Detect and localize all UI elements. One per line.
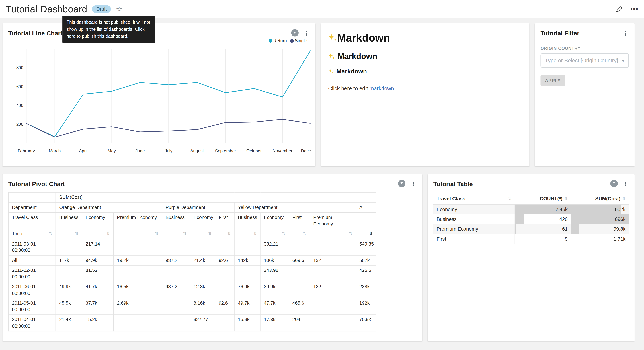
- filter-indicator-icon[interactable]: [398, 180, 406, 187]
- pivot-row-label: 2011-06-01 00:00:00: [8, 282, 56, 298]
- pivot-row-label: All: [8, 255, 56, 266]
- line-chart: 200400600800FebruaryMarchAprilMayJuneJul…: [6, 46, 310, 157]
- cell-sum: 1.71k: [571, 234, 629, 244]
- pivot-cell: [162, 239, 190, 256]
- pivot-row: All117k94.9k19.2k937.221.4k92.6142k106k6…: [8, 255, 376, 266]
- pivot-cell: [310, 266, 356, 282]
- svg-text:800: 800: [16, 65, 24, 70]
- filter-indicator-icon[interactable]: [291, 29, 298, 37]
- sort-icon[interactable]: ⇅: [282, 231, 285, 236]
- pivot-cell: [289, 266, 310, 282]
- pivot-cell: 192k: [356, 298, 376, 315]
- pivot-cell: 343.98: [260, 266, 289, 282]
- kebab-menu-icon[interactable]: ⋮: [622, 30, 629, 36]
- kebab-menu-icon[interactable]: ⋮: [304, 30, 310, 36]
- legend-item[interactable]: Single: [290, 38, 307, 43]
- pivot-cell: 70.9k: [356, 315, 376, 331]
- line-chart-card: Tutorial Line Chart ⋮ ReturnSingle 20040…: [2, 24, 316, 166]
- column-header-travel-class[interactable]: Travel Class⇅: [434, 193, 515, 204]
- pivot-cell: 17.3k: [260, 315, 289, 331]
- kebab-menu-icon[interactable]: ⋮: [410, 180, 416, 186]
- sort-icon[interactable]: ⇅: [49, 231, 52, 236]
- pivot-column-leaf: [356, 212, 376, 229]
- sparkles-icon: [328, 68, 334, 74]
- svg-text:June: June: [136, 148, 145, 153]
- pivot-cell: [56, 239, 82, 256]
- pivot-cell: [162, 266, 190, 282]
- pivot-table: SUM(Cost)DepartmentOrange DepartmentPurp…: [8, 192, 376, 332]
- pivot-cell: 41.7k: [82, 282, 114, 298]
- kebab-menu-icon[interactable]: ⋮: [622, 180, 629, 186]
- markdown-card: Markdown Markdown Markdown Click here to…: [321, 24, 529, 166]
- pivot-row: 2011-03-01 00:00:00217.14332.21549.35: [8, 239, 376, 256]
- pivot-cell: 92.6: [215, 255, 234, 266]
- sort-icon[interactable]: ⇅: [303, 231, 306, 236]
- pivot-sort-cell: ⇅: [114, 229, 162, 239]
- draft-badge[interactable]: Draft: [92, 5, 111, 13]
- pivot-row: 2011-02-01 00:00:0081.52343.98425.5: [8, 266, 376, 282]
- markdown-edit-link[interactable]: markdown: [369, 86, 394, 92]
- pivot-column-leaf: First: [289, 212, 310, 229]
- column-header-sum[interactable]: SUM(Cost)⇅: [571, 193, 629, 204]
- apply-button[interactable]: APPLY: [540, 75, 565, 86]
- select-placeholder: Type or Select [Origin Country]: [545, 58, 618, 64]
- pivot-cell: 81.52: [82, 266, 114, 282]
- ellipsis-menu-icon[interactable]: ⋯: [630, 5, 638, 13]
- sort-icon[interactable]: ⇅: [75, 231, 78, 236]
- sort-icon[interactable]: ⇅: [155, 231, 158, 236]
- pivot-cell: [234, 266, 260, 282]
- card-title: Tutorial Table: [434, 180, 473, 187]
- star-icon[interactable]: ☆: [116, 6, 122, 12]
- pivot-column-leaf: Economy: [190, 212, 215, 229]
- dashboard-grid: Tutorial Line Chart ⋮ ReturnSingle 20040…: [0, 18, 644, 341]
- markdown-heading-1: Markdown: [328, 32, 522, 44]
- pivot-cell: [215, 315, 234, 331]
- pivot-cell: 502k: [356, 255, 376, 266]
- pivot-column-leaf: Business: [56, 212, 82, 229]
- markdown-paragraph: Click here to edit markdown: [328, 86, 522, 92]
- markdown-heading-2-text: Markdown: [338, 52, 377, 61]
- sort-icon[interactable]: ⇅: [106, 231, 110, 236]
- pivot-cell: 15.9k: [234, 315, 260, 331]
- edit-pencil-icon[interactable]: [616, 6, 622, 12]
- pivot-row-label: 2011-03-01 00:00:00: [8, 239, 56, 256]
- origin-country-select[interactable]: Type or Select [Origin Country] ▾: [540, 53, 629, 68]
- pivot-column-leaf: Business: [162, 212, 190, 229]
- sort-icon[interactable]: ⇅: [622, 196, 626, 201]
- sort-icon[interactable]: ⇅: [349, 231, 352, 236]
- sort-icon[interactable]: ⇅: [228, 231, 231, 236]
- pivot-chart-card: Tutorial Pivot Chart ⋮ SUM(Cost)Departme…: [2, 174, 422, 341]
- sort-icon[interactable]: ⇅: [208, 231, 212, 236]
- legend-item[interactable]: Return: [269, 38, 287, 43]
- filter-indicator-icon[interactable]: [610, 180, 618, 187]
- markdown-paragraph-text: Click here to edit: [328, 86, 369, 92]
- pivot-sort-cell: ⇅: [234, 229, 260, 239]
- pivot-cell: [114, 315, 162, 331]
- svg-text:April: April: [79, 148, 88, 153]
- pivot-cell: 94.9k: [82, 255, 114, 266]
- markdown-heading-1-text: Markdown: [337, 32, 390, 44]
- pivot-row-label: 2011-02-01 00:00:00: [8, 266, 56, 282]
- pivot-cell: [215, 266, 234, 282]
- sort-icon[interactable]: ⇅: [183, 231, 187, 236]
- cell-sum: 99.8k: [571, 224, 629, 234]
- svg-text:September: September: [215, 148, 236, 153]
- sort-icon[interactable]: ⇅: [508, 196, 512, 201]
- pivot-sort-cell: ⇅: [310, 229, 356, 239]
- sort-icon[interactable]: ⇅: [564, 196, 568, 201]
- svg-text:400: 400: [16, 103, 24, 108]
- markdown-heading-2: Markdown: [328, 52, 522, 61]
- pivot-cell: [114, 239, 162, 256]
- pivot-cell: 21.4k: [190, 255, 215, 266]
- sort-desc-icon[interactable]: ⇊: [369, 231, 372, 236]
- cell-travel-class: Economy: [434, 204, 515, 214]
- pivot-cell: [162, 315, 190, 331]
- pivot-measure-label: SUM(Cost): [56, 192, 376, 202]
- sort-icon[interactable]: ⇅: [254, 231, 257, 236]
- chart-legend: ReturnSingle: [8, 38, 310, 45]
- column-header-count[interactable]: COUNT(*)⇅: [515, 193, 571, 204]
- svg-text:July: July: [165, 148, 172, 153]
- markdown-heading-3: Markdown: [328, 68, 522, 75]
- pivot-cell: [190, 266, 215, 282]
- pivot-column-group: Purple Department: [162, 202, 234, 212]
